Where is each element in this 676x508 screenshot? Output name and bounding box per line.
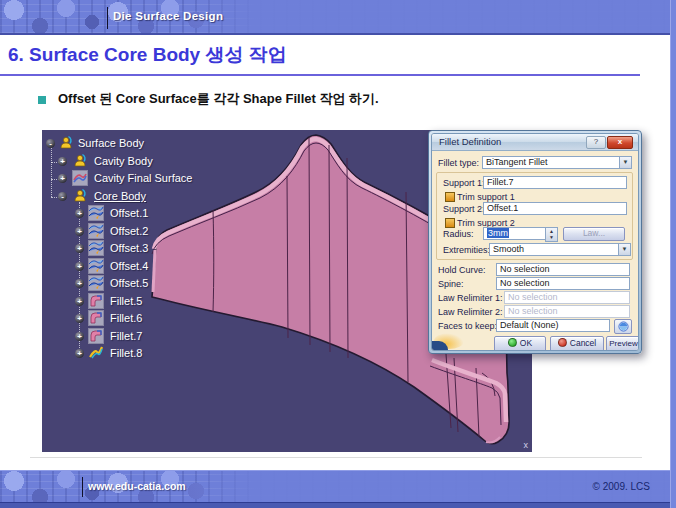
- law-relimiter1-field: No selection: [504, 291, 630, 304]
- hold-curve-row: Hold Curve: No selection: [432, 263, 638, 276]
- offset-icon: [88, 223, 104, 239]
- ok-label: OK: [520, 338, 532, 348]
- chevron-down-icon[interactable]: ▼: [619, 157, 631, 168]
- ok-button[interactable]: OK: [494, 336, 546, 351]
- tree-item-label[interactable]: Fillet.6: [110, 312, 142, 324]
- dialog-titlebar[interactable]: Fillet Definition ? x: [432, 134, 638, 151]
- preview-label: Preview: [609, 339, 637, 348]
- content-divider: [30, 457, 642, 458]
- expander-icon[interactable]: +: [75, 314, 84, 323]
- radius-value: 3mm: [487, 228, 509, 238]
- dialog-inner: Fillet Definition ? x Fillet type: BiTan…: [431, 133, 639, 351]
- header-band: Die Surface Design: [0, 0, 676, 35]
- radius-spinner[interactable]: ▲▼: [545, 227, 558, 242]
- faces-to-keep-field[interactable]: Default (None): [496, 319, 610, 332]
- expander-icon[interactable]: -: [46, 139, 55, 148]
- offset-icon: [88, 205, 104, 221]
- footer-site-link[interactable]: www.edu-catia.com: [88, 480, 186, 492]
- dialog-body: Fillet type: BiTangent Fillet ▼ Support …: [432, 151, 638, 350]
- fillet-icon: [88, 345, 104, 361]
- spine-label: Spine:: [438, 279, 464, 289]
- bullet-text: Offset 된 Core Surface를 각각 Shape Fillet 작…: [58, 90, 379, 108]
- fillet-type-select[interactable]: BiTangent Fillet ▼: [482, 156, 632, 169]
- spine-field[interactable]: No selection: [496, 277, 630, 290]
- fillet-type-label: Fillet type:: [438, 158, 479, 168]
- expander-icon[interactable]: +: [75, 262, 84, 271]
- title-underline: [0, 74, 640, 76]
- trim-support1-label: Trim support 1: [457, 192, 515, 202]
- expander-icon[interactable]: +: [75, 227, 84, 236]
- cancel-button[interactable]: Cancel: [550, 336, 604, 351]
- extremities-value: Smooth: [493, 244, 524, 254]
- support2-label: Support 2:: [443, 204, 485, 214]
- support2-row: Support 2: Offset.1: [437, 202, 632, 215]
- tree-item-label[interactable]: Offset.5: [110, 277, 148, 289]
- tree-item-label[interactable]: Fillet.5: [110, 295, 142, 307]
- support1-row: Support 1: Fillet.7: [437, 176, 632, 189]
- tree-item-label[interactable]: Offset.3: [110, 242, 148, 254]
- body-icon: [58, 135, 74, 151]
- preview-button[interactable]: Preview: [606, 336, 639, 351]
- faces-to-keep-row: Faces to keep: Default (None): [432, 319, 638, 332]
- law-relimiter2-label: Law Relimiter 2:: [438, 307, 503, 317]
- viewport-corner-glyph: x: [524, 440, 529, 450]
- chevron-down-icon[interactable]: ▼: [618, 244, 630, 255]
- tree-item-label[interactable]: Fillet.8: [110, 347, 142, 359]
- offset-icon: [88, 275, 104, 291]
- footer-band: www.edu-catia.com © 2009. LCS: [0, 470, 676, 503]
- bullet-icon: [38, 96, 46, 104]
- offset-icon: [88, 258, 104, 274]
- expander-icon[interactable]: +: [75, 349, 84, 358]
- hold-curve-field[interactable]: No selection: [496, 263, 630, 276]
- expander-icon[interactable]: +: [75, 279, 84, 288]
- expander-icon[interactable]: +: [75, 332, 84, 341]
- ok-icon: [508, 338, 517, 347]
- page-title: 6. Surface Core Body 생성 작업: [8, 42, 287, 68]
- tree-item-label[interactable]: Offset.4: [110, 260, 148, 272]
- support2-field[interactable]: Offset.1: [483, 202, 627, 215]
- trim-support1-checkbox[interactable]: [445, 192, 455, 202]
- tree-connector: [51, 146, 52, 197]
- supports-group: Support 1: Fillet.7 Trim support 1 Suppo…: [436, 172, 633, 260]
- header-divider: [107, 7, 108, 29]
- radius-row: Radius: 3mm ▲▼ Law...: [437, 227, 632, 240]
- tree-item-label[interactable]: Offset.1: [110, 207, 148, 219]
- tree-item-label[interactable]: Cavity Body: [94, 155, 153, 167]
- support1-field[interactable]: Fillet.7: [483, 176, 627, 189]
- fillet-definition-dialog[interactable]: Fillet Definition ? x Fillet type: BiTan…: [428, 130, 642, 354]
- fillet-icon: [88, 328, 104, 344]
- cancel-icon: [558, 338, 567, 347]
- tree-item-label[interactable]: Offset.2: [110, 225, 148, 237]
- help-button[interactable]: ?: [586, 136, 606, 149]
- expander-icon[interactable]: +: [75, 297, 84, 306]
- fillet-icon: [88, 310, 104, 326]
- radius-field[interactable]: 3mm: [483, 227, 547, 240]
- tree-item-label[interactable]: Core Body: [94, 190, 146, 202]
- fillet-icon: [88, 293, 104, 309]
- expander-icon[interactable]: +: [75, 209, 84, 218]
- header-title: Die Surface Design: [113, 10, 223, 22]
- offset-icon: [88, 240, 104, 256]
- tree-item-label[interactable]: Fillet.7: [110, 330, 142, 342]
- tree-item-label[interactable]: Surface Body: [78, 137, 144, 149]
- body-icon: [72, 188, 88, 204]
- law-relimiter1-label: Law Relimiter 1:: [438, 293, 503, 303]
- dialog-title: Fillet Definition: [439, 136, 501, 147]
- expander-icon[interactable]: -: [58, 192, 67, 201]
- bottom-border: [0, 502, 676, 508]
- expander-icon[interactable]: +: [75, 244, 84, 253]
- footer-divider: [82, 477, 83, 497]
- footer-copyright: © 2009. LCS: [593, 481, 650, 492]
- close-icon[interactable]: x: [607, 136, 633, 149]
- tree-item-label[interactable]: Cavity Final Surface: [94, 172, 192, 184]
- support1-label: Support 1:: [443, 178, 485, 188]
- law-relimiter2-row: Law Relimiter 2: No selection: [432, 305, 638, 318]
- face-selection-icon[interactable]: [614, 319, 632, 334]
- expander-icon[interactable]: +: [58, 174, 67, 183]
- fillet-type-value: BiTangent Fillet: [486, 157, 548, 167]
- slide: Die Surface Design 6. Surface Core Body …: [0, 0, 676, 508]
- expander-icon[interactable]: +: [58, 157, 67, 166]
- extremities-select[interactable]: Smooth ▼: [489, 243, 631, 256]
- law-button[interactable]: Law...: [563, 227, 625, 241]
- extremities-label: Extremities:: [443, 245, 490, 255]
